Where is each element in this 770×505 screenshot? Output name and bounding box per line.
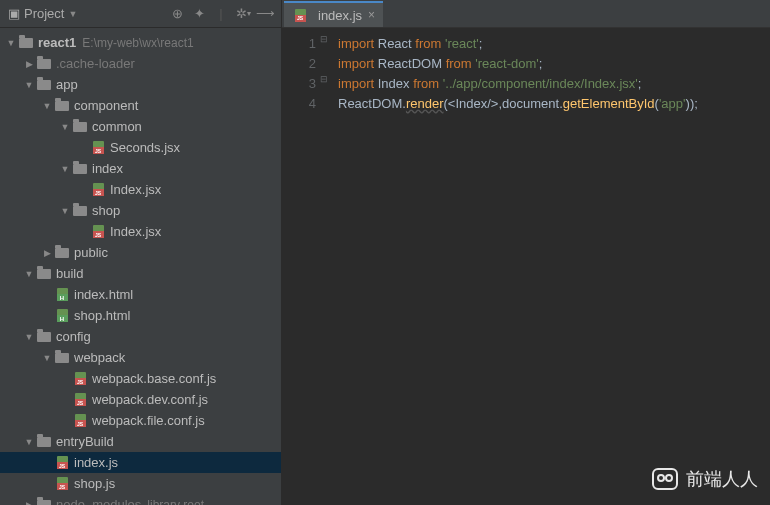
tree-row[interactable]: ▼component [0,95,281,116]
tree-label: index [92,161,123,176]
tree-row[interactable]: shop.html [0,305,281,326]
chevron-down-icon[interactable]: ▼ [4,38,18,48]
tree-row[interactable]: ▼shop [0,200,281,221]
tree-row[interactable]: Index.jsx [0,221,281,242]
tree-row[interactable]: ▼config [0,326,281,347]
chevron-down-icon[interactable]: ▼ [22,269,36,279]
tree-label: .cache-loader [56,56,135,71]
code-content[interactable]: import React from 'react';import ReactDO… [330,28,770,505]
chevron-down-icon[interactable]: ▼ [40,101,54,111]
tree-row[interactable]: ▼common [0,116,281,137]
tree-row[interactable]: ▶node_moduleslibrary root [0,494,281,505]
chevron-down-icon: ▼ [68,9,77,19]
tree-label: webpack [74,350,125,365]
project-tree[interactable]: ▼ react1 E:\my-web\wx\react1 ▶.cache-loa… [0,28,281,505]
chevron-down-icon[interactable]: ▼ [58,122,72,132]
tree-row[interactable]: index.js [0,452,281,473]
folder-icon [18,36,34,50]
code-line[interactable]: import Index from '../app/component/inde… [338,74,770,94]
tree-row[interactable]: Index.jsx [0,179,281,200]
folder-icon [54,246,70,260]
js-file-icon [72,393,88,407]
folder-icon [36,78,52,92]
chevron-down-icon[interactable]: ▼ [40,353,54,363]
chevron-down-icon[interactable]: ▼ [58,206,72,216]
locate-icon[interactable]: ⊕ [169,6,185,22]
tree-label: webpack.dev.conf.js [92,392,208,407]
line-number: 2 [282,54,316,74]
tree-label: shop.js [74,476,115,491]
code-line[interactable]: import React from 'react'; [338,34,770,54]
tree-label: Index.jsx [110,224,161,239]
fold-icon[interactable]: ⊟ [318,34,328,44]
code-editor[interactable]: ⊟12⊟34 import React from 'react';import … [282,28,770,505]
tree-row[interactable]: ▼index [0,158,281,179]
editor-tab[interactable]: index.js× [284,1,383,27]
editor-area: index.js× ⊟12⊟34 import React from 'reac… [282,0,770,505]
chevron-down-icon[interactable]: ▼ [22,437,36,447]
tree-label: Seconds.jsx [110,140,180,155]
chevron-right-icon[interactable]: ▶ [22,500,36,506]
tree-root[interactable]: ▼ react1 E:\my-web\wx\react1 [0,32,281,53]
tree-row[interactable]: Seconds.jsx [0,137,281,158]
tree-label: common [92,119,142,134]
collapse-icon[interactable]: ✦ [191,6,207,22]
project-icon: ▣ [8,6,20,21]
tree-row[interactable]: index.html [0,284,281,305]
folder-icon [54,351,70,365]
tree-label: public [74,245,108,260]
tree-label: node_modules [56,497,141,505]
tree-label: index.html [74,287,133,302]
tree-label: shop.html [74,308,130,323]
tree-row[interactable]: webpack.dev.conf.js [0,389,281,410]
sidebar-header: ▣ Project ▼ ⊕ ✦ | ✲▾ ⟶ [0,0,281,28]
fold-icon[interactable]: ⊟ [318,74,328,84]
js-file-icon [292,8,308,22]
sidebar-title[interactable]: ▣ Project ▼ [8,6,77,21]
tree-row[interactable]: webpack.file.conf.js [0,410,281,431]
folder-icon [72,120,88,134]
tree-label: config [56,329,91,344]
tree-row[interactable]: ▶public [0,242,281,263]
chevron-down-icon[interactable]: ▼ [22,80,36,90]
tree-row[interactable]: ▼webpack [0,347,281,368]
chevron-down-icon[interactable]: ▼ [22,332,36,342]
js-file-icon [90,183,106,197]
tree-row[interactable]: ▼entryBuild [0,431,281,452]
tab-label: index.js [318,8,362,23]
hide-icon[interactable]: ⟶ [257,6,273,22]
tree-row[interactable]: ▶.cache-loader [0,53,281,74]
gear-icon[interactable]: ✲▾ [235,6,251,22]
tree-row[interactable]: ▼build [0,263,281,284]
tree-label: build [56,266,83,281]
tree-row[interactable]: webpack.base.conf.js [0,368,281,389]
js-file-icon [54,456,70,470]
folder-icon [36,330,52,344]
chevron-down-icon[interactable]: ▼ [58,164,72,174]
tree-label: component [74,98,138,113]
close-icon[interactable]: × [368,8,375,22]
folder-icon [36,498,52,506]
root-name: react1 [38,35,76,50]
tree-label: index.js [74,455,118,470]
tree-label: webpack.base.conf.js [92,371,216,386]
tree-label: shop [92,203,120,218]
tree-label: entryBuild [56,434,114,449]
root-path: E:\my-web\wx\react1 [82,36,193,50]
tree-row[interactable]: ▼app [0,74,281,95]
line-gutter: ⊟12⊟34 [282,28,330,505]
folder-icon [54,99,70,113]
chevron-right-icon[interactable]: ▶ [40,248,54,258]
tree-label: webpack.file.conf.js [92,413,205,428]
html-file-icon [54,309,70,323]
editor-tabs: index.js× [282,0,770,28]
sep: | [213,6,229,22]
code-line[interactable]: ReactDOM.render(<Index/>,document.getEle… [338,94,770,114]
chevron-right-icon[interactable]: ▶ [22,59,36,69]
code-line[interactable]: import ReactDOM from 'react-dom'; [338,54,770,74]
tree-row[interactable]: shop.js [0,473,281,494]
tree-label: app [56,77,78,92]
js-file-icon [54,477,70,491]
js-file-icon [90,141,106,155]
folder-icon [72,204,88,218]
